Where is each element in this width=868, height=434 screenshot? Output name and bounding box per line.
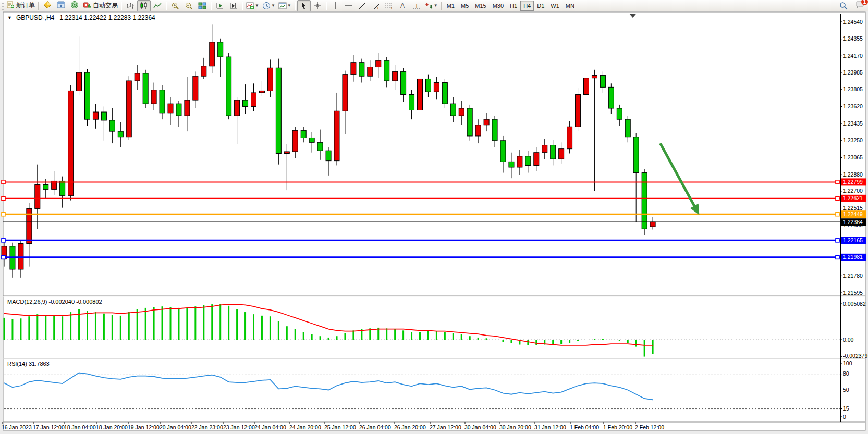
timeframe-M15[interactable]: M15 (472, 1, 489, 11)
signals-button[interactable] (68, 0, 81, 11)
macd-histogram-bar (145, 308, 146, 340)
macd-histogram-bar (62, 316, 63, 340)
line-chart-mode-button[interactable] (151, 0, 164, 11)
price-badge: 1.22165 (841, 237, 866, 244)
templates-icon (278, 2, 287, 10)
auto-scroll-button[interactable] (213, 0, 227, 11)
timeframe-MN[interactable]: MN (563, 1, 578, 11)
line-handle[interactable] (2, 213, 5, 216)
price-tick-label: 1.23620 (843, 103, 863, 109)
macd-tick-label: 0.005082 (843, 301, 866, 307)
macd-histogram-bar (469, 336, 471, 340)
horizontal-line-tool-button[interactable] (342, 0, 356, 11)
macd-histogram-bar (278, 321, 279, 340)
line-chart-icon (153, 2, 162, 10)
cursor-tool-button[interactable] (297, 0, 311, 11)
macd-histogram-bar (286, 326, 288, 340)
macd-histogram-bar (527, 340, 529, 345)
price-tick-label: 1.23805 (843, 86, 863, 92)
text-label-tool-button[interactable]: T (410, 0, 423, 11)
time-tick-label: 25 Jan 12:00 (324, 424, 356, 430)
vertical-line-tool-button[interactable] (328, 0, 342, 11)
timeframe-D1[interactable]: D1 (534, 1, 547, 11)
equidistant-channel-tool-button[interactable]: E (369, 0, 383, 11)
macd-tick-label: -0.002379 (843, 353, 867, 359)
auto-trading-button[interactable]: 自动交易 (81, 0, 119, 11)
macd-histogram-bar (478, 338, 479, 340)
macd-histogram-bar (95, 312, 96, 340)
periods-button[interactable]: ▼ (261, 0, 277, 11)
line-handle[interactable] (2, 196, 5, 200)
macd-histogram-bar (594, 339, 595, 340)
macd-histogram-bar (28, 316, 30, 340)
market-symbols-button[interactable] (41, 0, 54, 11)
zoom-out-button[interactable] (182, 0, 195, 11)
one-click-trading-toggle[interactable]: ▼ (7, 15, 12, 20)
macd-histogram-bar (261, 316, 263, 340)
indicators-button[interactable]: ▼ (244, 0, 261, 11)
macd-histogram-bar (560, 340, 562, 344)
candle (68, 85, 74, 201)
main-toolbar: 新订单 自动交易 (0, 0, 868, 11)
macd-histogram-bar (112, 315, 113, 340)
fibonacci-icon: F (385, 2, 394, 10)
line-handle[interactable] (2, 255, 5, 259)
time-tick-label: 30 Jan 04:00 (464, 424, 496, 430)
timeframe-W1[interactable]: W1 (547, 1, 563, 11)
cursor-icon (300, 2, 308, 10)
search-button[interactable] (837, 0, 850, 11)
line-handle[interactable] (836, 239, 839, 242)
macd-histogram-bar (244, 312, 246, 340)
macd-histogram-bar (162, 306, 163, 340)
dropdown-caret-icon: ▼ (434, 3, 438, 8)
time-tick-label: 18 Jan 20:00 (96, 424, 128, 430)
macd-histogram-bar (436, 331, 437, 340)
new-order-button[interactable]: 新订单 (5, 0, 36, 11)
line-handle[interactable] (836, 180, 839, 184)
clock-icon (262, 2, 271, 10)
line-handle[interactable] (2, 239, 5, 242)
macd-histogram-bar (153, 307, 155, 340)
macd-histogram-bar (602, 339, 604, 340)
line-handle[interactable] (2, 180, 5, 184)
price-tick-label: 1.23065 (843, 154, 863, 160)
timeframe-M5[interactable]: M5 (458, 1, 472, 11)
macd-histogram-bar (619, 340, 620, 341)
chart-symbol-title: GBPUSD-,H4 (16, 14, 54, 21)
chart-frame (3, 12, 865, 430)
candle (642, 169, 647, 235)
macd-histogram-bar (652, 340, 654, 354)
candle (226, 53, 231, 119)
candlestick-mode-button[interactable] (137, 0, 151, 11)
arrows-tool-button[interactable]: ▼ (423, 0, 439, 11)
bar-chart-mode-button[interactable] (124, 0, 137, 11)
text-tool-button[interactable]: A (396, 0, 410, 11)
macd-histogram-bar (45, 315, 46, 340)
chart-shift-button[interactable] (227, 0, 240, 11)
templates-button[interactable]: ▼ (277, 0, 293, 11)
separator (326, 2, 327, 10)
timeframe-H1[interactable]: H1 (507, 1, 520, 11)
price-tick-label: 1.21780 (843, 272, 863, 279)
trendline-tool-button[interactable] (356, 0, 369, 11)
macd-histogram-bar (137, 309, 138, 340)
line-handle[interactable] (836, 196, 839, 200)
timeframe-H4[interactable]: H4 (520, 1, 534, 11)
line-handle[interactable] (836, 255, 839, 259)
macd-histogram-bar (103, 314, 105, 340)
timeframe-M1[interactable]: M1 (444, 1, 458, 11)
fibonacci-tool-button[interactable]: F (383, 0, 396, 11)
tile-windows-button[interactable] (195, 0, 209, 11)
svg-text:T: T (415, 3, 418, 9)
terminal-button[interactable] (54, 0, 68, 11)
time-tick-label: 17 Jan 12:00 (33, 424, 65, 430)
crosshair-tool-button[interactable] (311, 0, 324, 11)
line-handle[interactable] (836, 213, 839, 216)
chart-canvas[interactable]: 1.245401.243551.241701.239851.238051.236… (0, 11, 868, 434)
macd-histogram-bar (394, 329, 396, 340)
zoom-in-button[interactable] (168, 0, 182, 11)
price-tick-label: 1.21595 (843, 290, 863, 296)
timeframe-M30[interactable]: M30 (490, 1, 507, 11)
notifications-button[interactable]: 1 (855, 1, 865, 11)
macd-histogram-bar (11, 319, 13, 340)
